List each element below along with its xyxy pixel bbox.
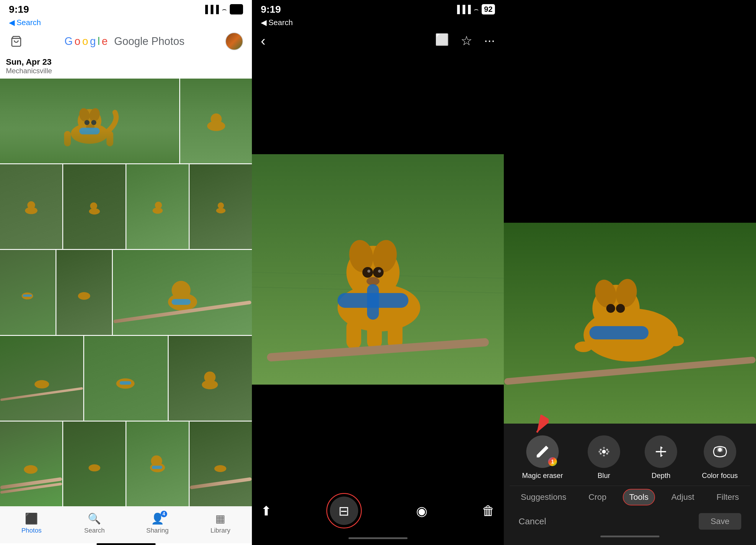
back-arrow-viewer: ◀ xyxy=(261,18,267,27)
star-icon[interactable]: ☆ xyxy=(461,33,472,48)
gallery-header: Google Google Photos xyxy=(0,30,252,55)
save-button[interactable]: Save xyxy=(699,513,741,530)
svg-point-72 xyxy=(600,453,602,455)
blur-label: Blur xyxy=(598,471,610,480)
photo-cell-3-1[interactable] xyxy=(0,250,56,335)
svg-point-49 xyxy=(366,277,379,285)
back-label-gallery: Search xyxy=(17,18,41,27)
svg-point-35 xyxy=(151,455,162,467)
avatar[interactable] xyxy=(225,32,243,50)
tool-color-focus[interactable]: Color focus xyxy=(702,435,738,480)
photo-cell-4-2[interactable] xyxy=(84,336,167,421)
more-icon[interactable]: ··· xyxy=(484,33,495,48)
date-label: Sun, Apr 23 Mechanicsville xyxy=(0,55,252,79)
svg-point-77 xyxy=(607,451,610,453)
shop-icon[interactable] xyxy=(9,34,24,49)
tab-suggestions[interactable]: Suggestions xyxy=(515,489,572,505)
status-bar-gallery: 9:19 ▐▐▐ ⌢ 92 xyxy=(0,0,252,17)
svg-rect-36 xyxy=(152,466,162,469)
viewer-photo-area xyxy=(252,52,504,487)
tool-blur[interactable]: Blur xyxy=(588,435,620,480)
grid-row-4 xyxy=(0,336,252,421)
color-focus-icon-circle xyxy=(704,435,736,468)
tools-panel: 1 Magic eraser xyxy=(504,424,756,545)
edit-icon-inner: ⊟ xyxy=(330,497,358,525)
photo-cell-5-2[interactable] xyxy=(63,422,126,506)
svg-point-19 xyxy=(216,208,226,213)
photo-cell-2-2[interactable] xyxy=(63,164,126,249)
photo-cell-4-1[interactable] xyxy=(0,336,83,421)
tab-adjust[interactable]: Adjust xyxy=(665,489,700,505)
svg-point-23 xyxy=(78,292,90,300)
lens-icon[interactable]: ◉ xyxy=(416,503,427,518)
photo-cell-5-1[interactable] xyxy=(0,422,62,506)
delete-icon[interactable]: 🗑 xyxy=(482,503,495,518)
status-time-gallery: 9:19 xyxy=(9,4,29,15)
sharing-badge-container: 👤 4 xyxy=(151,513,164,525)
viewer-toolbar-right: ⬜ ☆ ··· xyxy=(435,33,495,48)
home-indicator-gallery xyxy=(97,543,156,545)
svg-point-5 xyxy=(84,120,89,125)
back-arrow-gallery: ◀ xyxy=(9,18,15,27)
tab-crop[interactable]: Crop xyxy=(583,489,612,505)
photo-cell-4-3[interactable] xyxy=(169,336,252,421)
nav-search[interactable]: 🔍 Search xyxy=(63,513,126,534)
back-search-gallery[interactable]: ◀ Search xyxy=(0,17,252,30)
photo-cell-3-2[interactable] xyxy=(56,250,112,335)
svg-point-75 xyxy=(603,455,605,457)
svg-point-31 xyxy=(204,371,216,383)
magic-eraser-label: Magic eraser xyxy=(522,471,563,480)
svg-point-27 xyxy=(34,380,49,388)
svg-point-37 xyxy=(214,465,227,472)
magic-eraser-badge: 1 xyxy=(548,457,557,466)
signal-icon-gallery: ▐▐▐ xyxy=(203,5,219,14)
photo-cell-1-2[interactable] xyxy=(180,79,252,163)
svg-point-70 xyxy=(600,449,602,451)
tool-depth[interactable]: Depth xyxy=(645,435,677,480)
library-label: Library xyxy=(211,527,230,534)
sharing-label: Sharing xyxy=(146,527,169,534)
tab-tools[interactable]: Tools xyxy=(623,489,655,505)
back-chevron-viewer[interactable]: ‹ xyxy=(261,32,265,49)
svg-rect-51 xyxy=(367,284,379,320)
grid-row-3 xyxy=(0,250,252,335)
nav-photos[interactable]: ⬛ Photos xyxy=(0,513,63,534)
svg-point-18 xyxy=(155,202,162,209)
panel-gallery: 9:19 ▐▐▐ ⌢ 92 ◀ Search Google Google Pho… xyxy=(0,0,252,545)
battery-viewer: 92 xyxy=(482,4,495,14)
nav-library[interactable]: ▦ Library xyxy=(189,513,252,534)
status-time-viewer: 9:19 xyxy=(261,4,281,15)
svg-point-33 xyxy=(89,464,100,471)
photo-cell-2-1[interactable] xyxy=(0,164,62,249)
back-search-viewer[interactable]: ◀ Search xyxy=(252,17,504,30)
tool-magic-eraser[interactable]: 1 Magic eraser xyxy=(522,435,563,480)
svg-point-16 xyxy=(90,202,97,209)
bottom-nav: ⬛ Photos 🔍 Search 👤 4 Sharing ▦ Library xyxy=(0,507,252,543)
tools-row: 1 Magic eraser xyxy=(510,432,750,486)
viewer-bottom-actions: ⬆ ⊟ ◉ 🗑 xyxy=(252,487,504,534)
grid-row-2 xyxy=(0,164,252,249)
photo-cell-5-4[interactable] xyxy=(190,422,252,506)
viewer-photo[interactable] xyxy=(252,154,504,385)
photo-cell-2-3[interactable] xyxy=(126,164,189,249)
google-photos-logo: Google Google Photos xyxy=(64,35,184,48)
edit-button[interactable]: ⊟ xyxy=(326,493,362,528)
photo-cell-1-1[interactable] xyxy=(0,79,179,163)
depth-icon-circle xyxy=(645,435,677,468)
svg-point-45 xyxy=(362,267,373,278)
photo-cell-3-3[interactable] xyxy=(113,250,252,335)
svg-rect-22 xyxy=(23,294,32,297)
nav-sharing[interactable]: 👤 4 Sharing xyxy=(126,513,189,534)
cast-icon[interactable]: ⬜ xyxy=(435,33,449,48)
status-icons-gallery: ▐▐▐ ⌢ 92 xyxy=(203,4,243,14)
magic-eraser-icon-circle: 1 xyxy=(526,435,559,468)
photo-cell-5-3[interactable] xyxy=(126,422,189,506)
sliders-icon: ⊟ xyxy=(338,503,349,518)
tab-filters[interactable]: Filters xyxy=(711,489,745,505)
svg-point-6 xyxy=(91,120,96,125)
grid-row-1 xyxy=(0,79,252,163)
photo-cell-2-4[interactable] xyxy=(190,164,252,249)
back-label-viewer: Search xyxy=(268,18,293,27)
share-icon[interactable]: ⬆ xyxy=(261,503,272,518)
cancel-button[interactable]: Cancel xyxy=(519,516,546,526)
